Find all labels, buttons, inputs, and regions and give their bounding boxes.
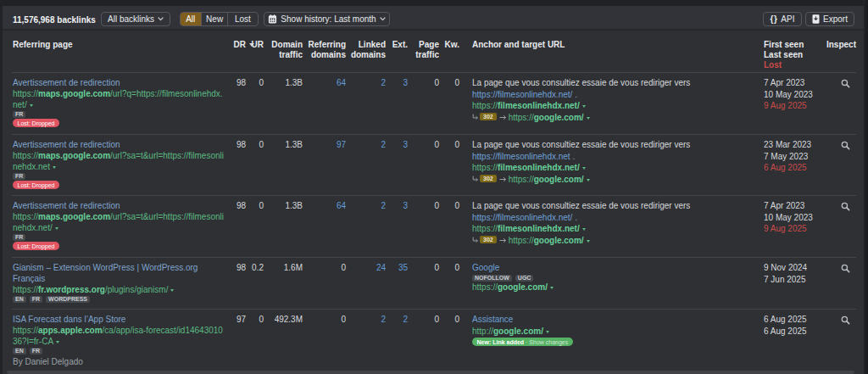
col-header-referring-domains[interactable]: Referringdomains (303, 31, 346, 71)
dr-value: 98 (229, 134, 246, 194)
ext-value[interactable]: 35 (386, 257, 408, 308)
caret-down-icon (587, 179, 590, 181)
first-seen-date: 23 Mar 2023 (764, 139, 826, 151)
redirect-corner-icon (472, 114, 479, 120)
anchor-link[interactable]: https://filmesonlinehdx.net/ (472, 213, 572, 222)
referring-domains-value[interactable]: 64 (303, 72, 346, 133)
caret-down-icon (582, 105, 586, 108)
referring-page-url-line2[interactable]: 36?l=fr-CA (13, 336, 229, 347)
horizontal-scrollbar-thumb[interactable] (7, 371, 854, 374)
kw-value: 0 (439, 257, 459, 308)
referring-page-url[interactable]: https://apps.apple.com/ca/app/isa-foreca… (13, 325, 229, 336)
redirect-line: 302https://google.com/ (472, 112, 764, 124)
target-url[interactable]: https://filmesonlinehdx.net/ (472, 162, 764, 174)
target-url[interactable]: http://google.com/ (472, 326, 764, 338)
inspect-cell (826, 309, 861, 374)
dates-cell: 7 Apr 202310 May 20239 Aug 2025 (764, 72, 826, 133)
col-header-linked-domains[interactable]: Linkeddomains (346, 31, 386, 71)
inspect-cell (826, 195, 861, 256)
inspect-search-icon[interactable] (841, 141, 850, 150)
final-target-url[interactable]: https://google.com/ (509, 175, 590, 184)
col-header-ur[interactable]: UR (246, 31, 264, 71)
domain-traffic-value: 1.3B (264, 134, 303, 194)
col-header-referring-page[interactable]: Referring page (3, 31, 229, 71)
anchor-cell: GoogleNOFOLLOWUGChttps://google.com/ (459, 257, 764, 308)
redirect-code-badge: 302 (480, 113, 497, 120)
new-link-added-badge[interactable]: New: Link added · Show changes (472, 338, 573, 346)
page-traffic-value: 0 (408, 195, 439, 256)
inspect-search-icon[interactable] (841, 79, 850, 88)
referring-domains-value: 0 (303, 309, 346, 374)
table-body: Avertissement de redirectionhttps://maps… (3, 71, 861, 374)
col-header-ext[interactable]: Ext. (386, 31, 408, 71)
referring-page-title[interactable]: Avertissement de redirection (13, 201, 120, 210)
language-badge: FR (13, 173, 25, 180)
referring-page-url-line2[interactable]: nehdx.net (13, 161, 229, 172)
segment-new[interactable]: New (201, 13, 227, 25)
linked-domains-value[interactable]: 2 (346, 134, 386, 194)
final-target-url[interactable]: https://google.com/ (509, 113, 590, 122)
domain-traffic-value: 1.6M (264, 257, 303, 308)
segment-lost[interactable]: Lost (227, 13, 257, 25)
api-button[interactable]: {} API (763, 12, 802, 26)
referring-page-title-line2[interactable]: Français (13, 274, 45, 283)
ext-value[interactable]: 3 (386, 195, 408, 256)
inspect-cell (826, 257, 861, 308)
target-url[interactable]: https://google.com/ (472, 282, 764, 293)
caret-down-icon (587, 117, 590, 120)
col-header-dr[interactable]: DR (229, 31, 246, 71)
referring-page-cell: Avertissement de redirectionhttps://maps… (3, 134, 229, 194)
lost-dropped-badge: Lost: Dropped (13, 181, 59, 189)
sort-caret-icon (249, 43, 254, 47)
ur-value: 0 (246, 195, 264, 256)
inspect-search-icon[interactable] (841, 315, 850, 325)
linked-domains-value[interactable]: 2 (346, 72, 386, 133)
referring-page-title[interactable]: ISA Forecast dans l’App Store (13, 315, 125, 324)
inspect-search-icon[interactable] (841, 264, 850, 273)
first-seen-date: 7 Apr 2023 (764, 200, 826, 212)
final-target-url[interactable]: https://google.com/ (509, 236, 590, 245)
linked-domains-value[interactable]: 2 (346, 195, 386, 256)
referring-page-url[interactable]: https://maps.google.com/url?sa=t&url=htt… (13, 150, 229, 161)
col-header-anchor[interactable]: Anchor and target URL (459, 31, 764, 71)
col-header-domain-traffic[interactable]: Domaintraffic (264, 31, 303, 71)
linked-domains-value[interactable]: 2 (346, 309, 386, 374)
referring-page-title[interactable]: Avertissement de redirection (13, 78, 120, 87)
anchor-link[interactable]: https://filmesonlinehdx.net/ (472, 90, 572, 99)
ext-value[interactable]: 3 (386, 134, 408, 194)
show-history-dropdown[interactable]: Show history: Last month (264, 12, 390, 26)
referring-page-url-line2[interactable]: net/ (13, 99, 229, 110)
referring-page-url-line2[interactable]: nehdx.net/ (13, 222, 229, 233)
first-seen-date: 9 Nov 2024 (764, 262, 826, 274)
table-row: Avertissement de redirectionhttps://maps… (3, 133, 861, 194)
col-header-dates[interactable]: First seenLast seenLost (764, 31, 826, 71)
referring-page-url[interactable]: https://maps.google.com/url?sa=t&url=htt… (13, 211, 229, 222)
referring-page-title[interactable]: Avertissement de redirection (13, 140, 120, 149)
referring-page-url[interactable]: https://maps.google.com/url?q=https://fi… (13, 88, 229, 99)
anchor-link[interactable]: Google (472, 263, 499, 272)
referring-domains-value[interactable]: 97 (303, 134, 346, 194)
referring-domains-value: 0 (303, 257, 346, 308)
inspect-search-icon[interactable] (841, 202, 850, 211)
chevron-down-icon (158, 17, 164, 21)
ur-value: 0 (246, 134, 264, 194)
referring-page-url[interactable]: https://fr.wordpress.org/plugins/gianism… (13, 284, 229, 295)
ext-value[interactable]: 2 (386, 309, 408, 374)
all-backlinks-dropdown[interactable]: All backlinks (101, 12, 170, 26)
target-url[interactable]: https://filmesonlinehdx.net/ (472, 100, 764, 112)
segment-all[interactable]: All (181, 13, 201, 25)
col-header-kw[interactable]: Kw. (439, 31, 459, 71)
col-header-page-traffic[interactable]: Pagetraffic (408, 31, 439, 71)
referring-domains-value[interactable]: 64 (303, 195, 346, 256)
kw-value: 0 (439, 309, 459, 374)
target-url[interactable]: https://filmesonlinehdx.net/ (472, 223, 764, 235)
anchor-cell: La page que vous consultiez essaie de vo… (459, 134, 764, 194)
ext-value[interactable]: 3 (386, 72, 408, 133)
anchor-link[interactable]: Assistance (472, 315, 513, 324)
dates-cell: 9 Nov 20247 Jun 2025 (764, 257, 826, 308)
linked-domains-value[interactable]: 24 (346, 257, 386, 308)
export-button[interactable]: Export (805, 12, 854, 26)
referring-page-title[interactable]: Gianism – Extension WordPress | WordPres… (13, 263, 198, 272)
export-file-icon (812, 14, 820, 24)
anchor-link[interactable]: https://filmesonlinehdx.net (472, 152, 570, 161)
